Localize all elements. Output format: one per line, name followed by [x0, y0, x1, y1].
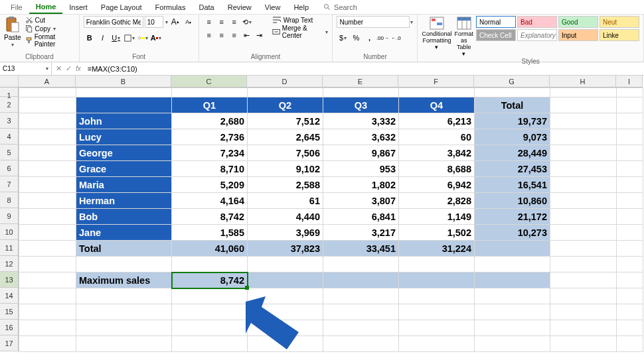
row-header-7[interactable]: 7 — [0, 176, 19, 192]
border-button[interactable]: ▾ — [123, 32, 135, 44]
cell-G4[interactable]: 9,073 — [475, 129, 550, 145]
cell-C2[interactable]: Q1 — [172, 97, 248, 113]
cell-B8[interactable]: Herman — [76, 193, 172, 209]
col-header-F[interactable]: F — [398, 76, 474, 88]
col-header-B[interactable]: B — [76, 76, 171, 88]
cell-E6[interactable]: 953 — [323, 161, 399, 177]
merge-center-button[interactable]: Merge & Center▾ — [272, 25, 329, 39]
format-as-table-button[interactable]: Format asTable ▾ — [454, 16, 473, 57]
percent-button[interactable]: % — [350, 32, 362, 44]
cell-F5[interactable]: 3,842 — [399, 145, 475, 161]
align-middle-button[interactable]: ≡ — [216, 16, 228, 28]
format-painter-button[interactable]: Format Painter — [25, 33, 75, 48]
col-header-H[interactable]: H — [550, 76, 616, 88]
tab-file[interactable]: File — [4, 1, 29, 13]
select-all-corner[interactable] — [0, 76, 19, 88]
cell-D2[interactable]: Q2 — [248, 97, 323, 113]
decrease-decimal-button[interactable]: ←.0 — [390, 32, 402, 44]
cell-F8[interactable]: 2,828 — [399, 193, 475, 209]
cell-F10[interactable]: 1,502 — [399, 225, 475, 241]
cell-D10[interactable]: 3,969 — [248, 225, 323, 241]
cell-G8[interactable]: 10,860 — [475, 193, 550, 209]
row-header-1[interactable]: 1 — [0, 88, 19, 97]
style-check-cell[interactable]: Check Cell — [476, 29, 516, 41]
row-header-14[interactable]: 14 — [0, 288, 19, 304]
cell-E10[interactable]: 3,217 — [323, 225, 399, 241]
col-header-C[interactable]: C — [171, 76, 247, 88]
cell-C3[interactable]: 2,680 — [172, 113, 248, 129]
cell-B4[interactable]: Lucy — [76, 129, 172, 145]
font-size-select[interactable] — [145, 16, 163, 28]
cell-E2[interactable]: Q3 — [323, 97, 399, 113]
fill-color-button[interactable]: ▾ — [137, 32, 149, 44]
tab-help[interactable]: Help — [287, 1, 315, 13]
cell-E3[interactable]: 3,332 — [323, 113, 399, 129]
row-header-9[interactable]: 9 — [0, 208, 19, 224]
align-center-button[interactable]: ≡ — [216, 29, 228, 41]
align-right-button[interactable]: ≡ — [228, 29, 240, 41]
cell-B13[interactable]: Maximum sales — [76, 272, 172, 288]
underline-button[interactable]: U▾ — [110, 32, 122, 44]
cell-E11[interactable]: 33,451 — [323, 241, 399, 257]
conditional-formatting-button[interactable]: ConditionalFormatting ▾ — [422, 16, 451, 50]
cell-C5[interactable]: 7,234 — [172, 145, 248, 161]
currency-button[interactable]: $▾ — [337, 32, 349, 44]
search-box[interactable]: Search — [323, 3, 357, 11]
cell-C4[interactable]: 2,736 — [172, 129, 248, 145]
align-top-button[interactable]: ≡ — [203, 16, 215, 28]
row-header-6[interactable]: 6 — [0, 160, 19, 176]
style-neutral[interactable]: Neut — [600, 16, 639, 28]
tab-home[interactable]: Home — [29, 1, 63, 14]
tab-insert[interactable]: Insert — [62, 1, 94, 13]
cell-E5[interactable]: 9,867 — [323, 145, 399, 161]
cell-B3[interactable]: John — [76, 113, 172, 129]
tab-formulas[interactable]: Formulas — [149, 1, 193, 13]
cell-C9[interactable]: 8,742 — [172, 209, 248, 225]
cell-F4[interactable]: 60 — [399, 129, 475, 145]
cell-B11[interactable]: Total — [76, 241, 172, 257]
align-left-button[interactable]: ≡ — [203, 29, 215, 41]
cell-E13[interactable] — [323, 272, 399, 288]
tab-view[interactable]: View — [258, 1, 287, 13]
cell-G11[interactable] — [475, 241, 550, 257]
name-box[interactable]: C13▾ — [0, 62, 52, 75]
style-normal[interactable]: Normal — [476, 16, 516, 28]
cell-F6[interactable]: 8,688 — [399, 161, 475, 177]
cell-F9[interactable]: 1,149 — [399, 209, 475, 225]
col-header-E[interactable]: E — [323, 76, 398, 88]
cell-D5[interactable]: 7,506 — [248, 145, 323, 161]
style-linked[interactable]: Linke — [600, 29, 639, 41]
cell-D4[interactable]: 2,645 — [248, 129, 323, 145]
col-header-D[interactable]: D — [247, 76, 323, 88]
cell-D8[interactable]: 61 — [248, 193, 323, 209]
font-color-button[interactable]: A▾ — [150, 32, 162, 44]
row-header-15[interactable]: 15 — [0, 304, 19, 320]
font-family-select[interactable] — [84, 16, 143, 28]
orientation-button[interactable]: ⟲▾ — [241, 16, 253, 28]
cell-G5[interactable]: 28,449 — [475, 145, 550, 161]
col-header-G[interactable]: G — [474, 76, 550, 88]
copy-button[interactable]: Copy▾ — [25, 25, 75, 32]
cell-G2[interactable]: Total — [475, 97, 550, 113]
fx-button[interactable]: fx — [76, 65, 81, 72]
accept-formula-button[interactable]: ✓ — [66, 64, 72, 73]
row-header-4[interactable]: 4 — [0, 129, 19, 145]
cell-C8[interactable]: 4,164 — [172, 193, 248, 209]
cell-G6[interactable]: 27,453 — [475, 161, 550, 177]
cell-E8[interactable]: 3,807 — [323, 193, 399, 209]
cell-F11[interactable]: 31,224 — [399, 241, 475, 257]
row-header-8[interactable]: 8 — [0, 192, 19, 208]
row-header-16[interactable]: 16 — [0, 320, 19, 335]
cell-B7[interactable]: Maria — [76, 177, 172, 193]
cell-B10[interactable]: Jane — [76, 225, 172, 241]
cell-G9[interactable]: 21,172 — [475, 209, 550, 225]
style-good[interactable]: Good — [558, 16, 598, 28]
cells-grid[interactable]: Q1Q2Q3Q4Total John2,6807,5123,3326,21319… — [19, 88, 643, 352]
style-bad[interactable]: Bad — [517, 16, 557, 28]
cell-G3[interactable]: 19,737 — [475, 113, 550, 129]
cut-button[interactable]: Cut — [25, 16, 75, 24]
cell-D9[interactable]: 4,440 — [248, 209, 323, 225]
cell-F2[interactable]: Q4 — [399, 97, 475, 113]
cell-D7[interactable]: 2,588 — [248, 177, 323, 193]
increase-indent-button[interactable]: ⇥ — [254, 29, 266, 41]
